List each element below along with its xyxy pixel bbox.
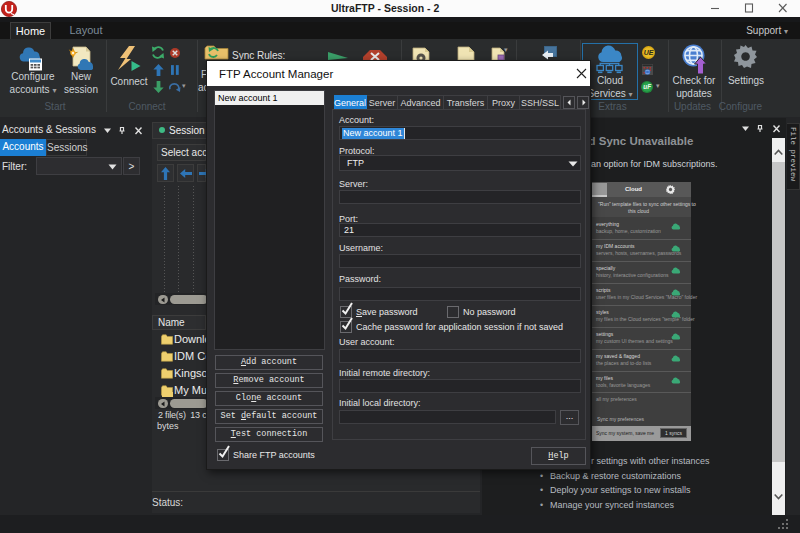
- svg-text:UE: UE: [644, 49, 654, 56]
- svg-text:uF: uF: [643, 83, 652, 90]
